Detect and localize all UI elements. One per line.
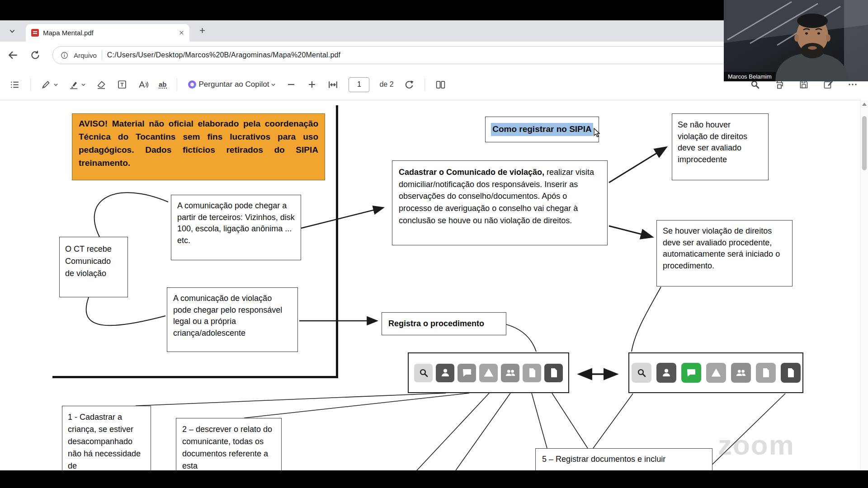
translate-icon[interactable]: ab	[159, 81, 167, 89]
search-icon	[632, 363, 651, 383]
zoom-out-icon[interactable]	[286, 79, 297, 90]
group-icon	[501, 364, 519, 382]
read-aloud-icon[interactable]	[137, 79, 149, 90]
user-icon	[656, 363, 676, 383]
zoom-in-icon[interactable]	[307, 79, 317, 90]
chat-icon	[458, 364, 476, 382]
copilot-button[interactable]: Perguntar ao Copilot	[187, 80, 276, 89]
toolbar-divider	[177, 78, 177, 91]
alert-icon	[479, 364, 498, 382]
responsavel-box: A comunicação de violação pode chegar pe…	[167, 287, 298, 352]
active-tab[interactable]: Mapa Mental.pdf	[26, 24, 189, 42]
new-tab-button[interactable]	[198, 26, 207, 35]
terceiros-box: A comunicação pode chegar a partir de te…	[171, 195, 301, 260]
tab-close-icon[interactable]	[178, 29, 185, 36]
pdf-file-icon	[31, 29, 39, 37]
back-button[interactable]	[7, 49, 19, 61]
toolbar-divider	[30, 78, 31, 91]
tab-title: Mapa Mental.pdf	[43, 29, 174, 37]
address-divider	[102, 50, 102, 60]
scrollbar-thumb[interactable]	[862, 116, 867, 170]
step5-box: 5 – Registrar documentos e incluir	[535, 448, 712, 470]
search-icon	[414, 364, 433, 382]
sipia-toolbar-strip-1	[408, 352, 569, 393]
address-prefix: Arquivo	[74, 52, 97, 59]
vertical-scrollbar[interactable]	[860, 100, 868, 470]
refresh-button[interactable]	[30, 50, 41, 61]
webcam-name-label: Marcos Belamim	[724, 72, 776, 81]
copilot-icon	[187, 80, 197, 89]
fit-to-width-icon[interactable]	[327, 79, 339, 90]
address-url: C:/Users/User/Desktop/Marcos%20B/Aragomi…	[107, 51, 340, 59]
document-dark-icon	[781, 363, 801, 383]
document-icon	[756, 363, 776, 383]
pdf-page[interactable]: AVISO! Material não oficial elaborado pe…	[0, 100, 860, 470]
webcam-video: Marcos Belamim	[724, 0, 868, 81]
registra-box: Registra o procedimento	[382, 312, 506, 335]
group-icon	[731, 363, 751, 383]
step2-box: 2 – descrever o relato do comunicante, t…	[176, 418, 282, 470]
rotate-icon[interactable]	[404, 79, 415, 90]
mouse-cursor	[592, 128, 602, 140]
cadastrar-box: Cadastrar o Comunicado de violação, real…	[392, 160, 608, 245]
scroll-up-icon[interactable]	[862, 103, 867, 106]
copilot-label: Perguntar ao Copilot	[199, 80, 269, 89]
highlight-icon[interactable]	[68, 79, 86, 90]
zoom-watermark: zoom	[718, 429, 795, 461]
tab-search-button[interactable]	[6, 26, 18, 36]
page-info-icon[interactable]	[60, 51, 69, 60]
page-view-icon[interactable]	[435, 79, 446, 90]
sipia-toolbar-strip-2	[628, 352, 803, 393]
contents-icon[interactable]	[9, 79, 20, 90]
notice-box: AVISO! Material não oficial elaborado pe…	[72, 113, 325, 180]
step1-box: 1 - Cadastrar a criança, se estiver desa…	[62, 406, 151, 470]
map-title-selected-text[interactable]: Como registrar no SIPIA	[491, 123, 593, 136]
toolbar-divider	[425, 78, 425, 91]
improcedente-box: Se não houver violação de direitos deve …	[672, 113, 769, 180]
procedente-box: Se houver violação de direitos deve ser …	[656, 220, 793, 286]
document-icon	[523, 364, 541, 382]
screen: Mapa Mental.pdf Arquivo C:/Users/User/De…	[0, 0, 868, 488]
chat-active-icon	[681, 363, 701, 383]
webcam-portrait	[724, 0, 868, 81]
draw-icon[interactable]	[41, 79, 58, 90]
letterbox-bottom	[0, 470, 868, 488]
document-dark-icon	[544, 364, 563, 382]
page-count-label: de 2	[379, 80, 393, 89]
erase-icon[interactable]	[96, 79, 107, 90]
cadastrar-box-lead: Cadastrar o Comunicado de violação,	[399, 168, 544, 177]
page-number-input[interactable]	[349, 77, 369, 92]
user-icon	[436, 364, 454, 382]
ct-recebe-box: O CT recebe Comunicado de violação	[59, 237, 128, 297]
add-text-icon[interactable]	[117, 79, 127, 90]
map-title-box: Como registrar no SIPIA	[485, 117, 599, 142]
alert-icon	[706, 363, 726, 383]
